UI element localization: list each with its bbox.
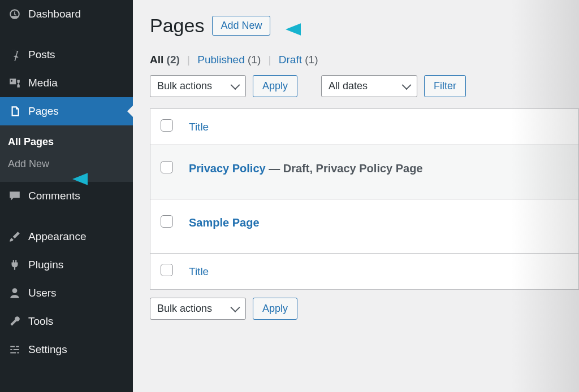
plug-icon <box>8 258 21 272</box>
filter-button[interactable]: Filter <box>424 75 466 97</box>
sidebar-item-comments[interactable]: Comments <box>0 182 133 210</box>
admin-sidebar: Dashboard Posts Media Pages All Pages Ad… <box>0 0 133 392</box>
media-icon <box>8 76 21 90</box>
add-new-button[interactable]: Add New <box>212 16 270 36</box>
sidebar-item-settings[interactable]: Settings <box>0 336 133 364</box>
status-filter-bar: All (2) | Published (1) | Draft (1) <box>150 54 579 66</box>
sidebar-item-label: Users <box>28 287 57 299</box>
wrench-icon <box>8 315 21 328</box>
filter-all[interactable]: All (2) <box>150 54 180 66</box>
sidebar-item-label: Pages <box>28 105 59 117</box>
sidebar-item-label: Appearance <box>28 230 86 243</box>
select-all-checkbox-bottom[interactable] <box>161 264 173 276</box>
tablenav-bottom: Bulk actions Apply <box>150 298 579 320</box>
sidebar-item-label: Media <box>28 77 58 89</box>
sidebar-item-dashboard[interactable]: Dashboard <box>0 0 133 28</box>
bulk-actions-select-bottom[interactable]: Bulk actions <box>150 298 246 320</box>
sidebar-item-pages[interactable]: Pages <box>0 97 133 125</box>
sidebar-item-users[interactable]: Users <box>0 279 133 307</box>
date-filter-select[interactable]: All dates <box>321 75 417 97</box>
row-title-link[interactable]: Sample Page <box>189 216 260 229</box>
sidebar-item-label: Plugins <box>28 259 63 271</box>
submenu-item-all-pages[interactable]: All Pages <box>0 131 133 153</box>
sidebar-submenu-pages: All Pages Add New <box>0 125 133 182</box>
sidebar-item-label: Comments <box>28 190 80 202</box>
page-title: Pages <box>150 15 204 37</box>
table-row: Privacy Policy — Draft, Privacy Policy P… <box>150 145 579 199</box>
column-title[interactable]: Title <box>181 109 579 145</box>
sidebar-item-plugins[interactable]: Plugins <box>0 251 133 279</box>
dashboard-icon <box>8 7 21 21</box>
submenu-item-add-new[interactable]: Add New <box>0 153 133 175</box>
sidebar-item-posts[interactable]: Posts <box>0 41 133 69</box>
sliders-icon <box>8 343 21 356</box>
filter-published[interactable]: Published (1) <box>197 54 261 66</box>
main-content: Pages Add New All (2) | Published (1) | … <box>133 0 579 392</box>
pages-icon <box>8 104 21 118</box>
filter-draft[interactable]: Draft (1) <box>279 54 318 66</box>
row-state: — Draft, Privacy Policy Page <box>266 162 423 175</box>
tablenav-top: Bulk actions Apply All dates Filter <box>150 75 579 97</box>
sidebar-item-tools[interactable]: Tools <box>0 307 133 336</box>
pin-icon <box>8 48 21 62</box>
table-row: Sample Page <box>150 199 579 254</box>
pages-table: Title Privacy Policy — Draft, Privacy Po… <box>150 108 579 290</box>
user-icon <box>8 286 21 300</box>
sidebar-item-media[interactable]: Media <box>0 69 133 97</box>
sidebar-item-label: Settings <box>28 343 67 356</box>
row-checkbox[interactable] <box>161 161 173 173</box>
comment-icon <box>8 189 21 203</box>
bulk-actions-select[interactable]: Bulk actions <box>150 75 246 97</box>
column-title-bottom[interactable]: Title <box>181 254 579 290</box>
select-all-checkbox[interactable] <box>161 119 173 132</box>
brush-icon <box>8 230 21 243</box>
sidebar-item-label: Posts <box>28 49 55 61</box>
sidebar-item-appearance[interactable]: Appearance <box>0 223 133 251</box>
apply-button-bottom[interactable]: Apply <box>253 298 297 320</box>
row-title-link[interactable]: Privacy Policy <box>189 162 266 175</box>
row-checkbox[interactable] <box>161 215 173 228</box>
sidebar-item-label: Dashboard <box>28 8 81 20</box>
apply-button[interactable]: Apply <box>253 75 297 97</box>
sidebar-item-label: Tools <box>28 315 53 328</box>
